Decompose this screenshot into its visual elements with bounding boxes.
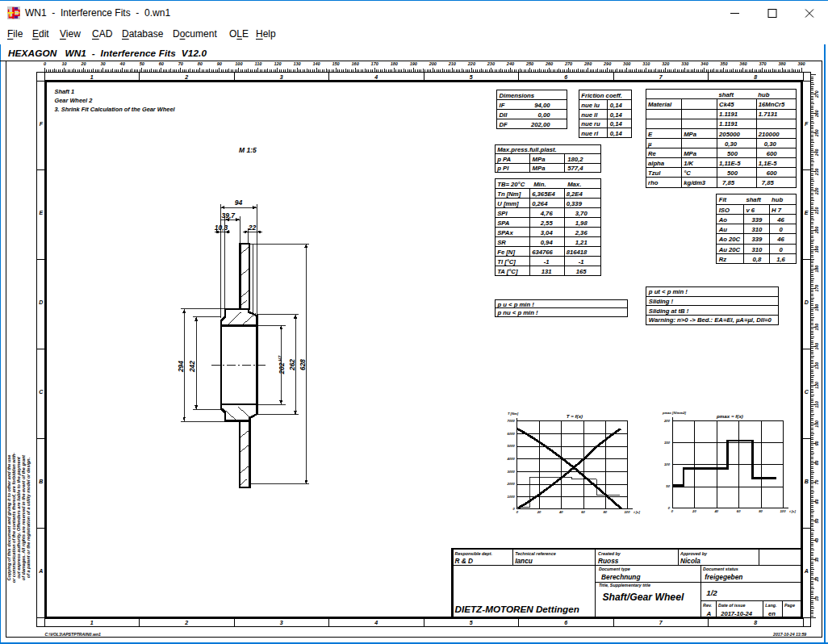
svg-text:t [s]: t [s] — [789, 509, 796, 513]
svg-text:270: 270 — [814, 90, 819, 98]
svg-text:MPa: MPa — [684, 150, 697, 157]
svg-text:3: 3 — [280, 74, 283, 80]
svg-text:1,98: 1,98 — [575, 220, 588, 227]
svg-text:nue ru: nue ru — [581, 120, 600, 128]
svg-text:0: 0 — [513, 507, 516, 511]
svg-text:p nu < p min !: p nu < p min ! — [496, 309, 538, 316]
svg-text:Gear Wheel 2: Gear Wheel 2 — [55, 97, 94, 104]
svg-text:Shaft 1: Shaft 1 — [55, 88, 75, 95]
svg-text:B: B — [39, 479, 43, 484]
svg-text:SPAx: SPAx — [497, 229, 513, 236]
svg-text:16MnCr5: 16MnCr5 — [759, 101, 785, 108]
svg-text:1/K: 1/K — [684, 160, 694, 167]
svg-text:500: 500 — [727, 150, 738, 157]
svg-text:94: 94 — [235, 199, 243, 207]
svg-text:7,85: 7,85 — [762, 179, 775, 186]
svg-text:360: 360 — [739, 61, 746, 66]
svg-text:80: 80 — [603, 510, 607, 514]
svg-text:Date of issue: Date of issue — [718, 603, 746, 608]
svg-text:180: 180 — [814, 266, 819, 273]
svg-text:Rz: Rz — [719, 256, 727, 263]
svg-text:µ: µ — [647, 140, 652, 148]
svg-text:-1: -1 — [579, 258, 584, 266]
svg-text:634766: 634766 — [532, 249, 553, 256]
svg-text:Berechnung: Berechnung — [601, 573, 640, 581]
svg-text:60: 60 — [159, 61, 164, 66]
svg-text:DII: DII — [500, 111, 508, 119]
svg-text:0: 0 — [44, 61, 46, 66]
svg-text:160: 160 — [352, 61, 359, 66]
svg-text:230: 230 — [487, 61, 495, 66]
svg-text:T [Nm]: T [Nm] — [508, 412, 519, 416]
svg-text:0: 0 — [668, 506, 671, 510]
svg-text:262: 262 — [288, 359, 296, 371]
svg-text:p PI: p PI — [496, 165, 509, 172]
svg-text:4000: 4000 — [507, 457, 516, 461]
svg-text:freigegeben: freigegeben — [705, 573, 742, 581]
svg-text:0: 0 — [671, 509, 674, 513]
svg-text:Responsible dept.: Responsible dept. — [455, 551, 493, 556]
svg-text:2,36: 2,36 — [575, 229, 588, 236]
svg-text:1: 1 — [90, 74, 94, 80]
svg-text:816418: 816418 — [567, 249, 588, 256]
svg-text:39,7: 39,7 — [222, 211, 236, 220]
svg-text:30: 30 — [101, 61, 106, 66]
svg-text:E: E — [805, 210, 809, 215]
svg-text:1,1E-5: 1,1E-5 — [759, 160, 777, 167]
svg-text:C: C — [805, 389, 809, 395]
svg-text:Tzul: Tzul — [648, 169, 661, 177]
svg-text:Rev.: Rev. — [703, 603, 713, 608]
svg-text:TA [°C]: TA [°C] — [497, 268, 518, 275]
svg-text:40: 40 — [119, 61, 125, 66]
svg-text:Iancu: Iancu — [515, 557, 533, 565]
svg-text:10: 10 — [61, 61, 66, 66]
svg-text:2: 2 — [184, 620, 188, 625]
svg-text:DF: DF — [500, 121, 508, 128]
svg-text:SR: SR — [497, 239, 506, 246]
svg-text:0,14: 0,14 — [610, 102, 623, 109]
svg-text:577,4: 577,4 — [567, 165, 583, 172]
svg-text:pmax = f(x): pmax = f(x) — [716, 413, 743, 419]
svg-text:0,30: 0,30 — [764, 140, 777, 148]
svg-text:nue rl: nue rl — [581, 130, 599, 137]
svg-text:280: 280 — [583, 61, 592, 66]
svg-text:3,70: 3,70 — [575, 210, 588, 217]
svg-text:p u < p min !: p u < p min ! — [496, 301, 534, 308]
svg-text:Au 20C: Au 20C — [718, 246, 741, 253]
svg-text:339: 339 — [752, 216, 763, 224]
svg-text:40: 40 — [814, 538, 819, 544]
svg-text:hub: hub — [758, 91, 769, 98]
svg-text:D: D — [39, 299, 43, 305]
svg-text:p ut < p min !: p ut < p min ! — [648, 288, 688, 295]
svg-text:Document type: Document type — [599, 567, 630, 571]
svg-text:1000: 1000 — [508, 495, 516, 499]
svg-text:80: 80 — [814, 460, 819, 465]
svg-text:Nicola: Nicola — [680, 557, 700, 565]
svg-text:70: 70 — [178, 61, 183, 66]
svg-text:Au: Au — [718, 226, 728, 233]
svg-text:180: 180 — [391, 61, 398, 66]
svg-text:rho: rho — [648, 179, 659, 186]
svg-text:Ao 20C: Ao 20C — [718, 236, 741, 243]
svg-text:Sliding at tB !: Sliding at tB ! — [649, 307, 689, 315]
svg-text:2017-10-24 13:59: 2017-10-24 13:59 — [772, 632, 806, 637]
svg-text:Tn [Nm]: Tn [Nm] — [497, 190, 521, 198]
svg-text:Document status: Document status — [703, 567, 738, 571]
svg-text:40: 40 — [558, 510, 563, 514]
svg-text:1.1191: 1.1191 — [719, 111, 738, 118]
svg-text:22: 22 — [248, 224, 257, 232]
svg-text:60: 60 — [581, 510, 585, 514]
svg-text:Approved by: Approved by — [680, 551, 708, 556]
svg-text:A: A — [38, 568, 43, 574]
svg-text:210: 210 — [448, 61, 456, 66]
svg-text:4: 4 — [374, 74, 378, 80]
svg-text:2017-10-24: 2017-10-24 — [720, 610, 753, 617]
svg-text:Ruoss: Ruoss — [598, 557, 619, 565]
svg-text:20: 20 — [692, 509, 696, 513]
svg-text:0,8: 0,8 — [753, 256, 762, 263]
svg-text:340: 340 — [700, 61, 708, 66]
svg-text:2,55: 2,55 — [540, 220, 554, 227]
svg-text:50: 50 — [814, 519, 819, 524]
svg-text:p PA: p PA — [496, 156, 511, 163]
svg-text:M 1:5: M 1:5 — [239, 146, 257, 154]
